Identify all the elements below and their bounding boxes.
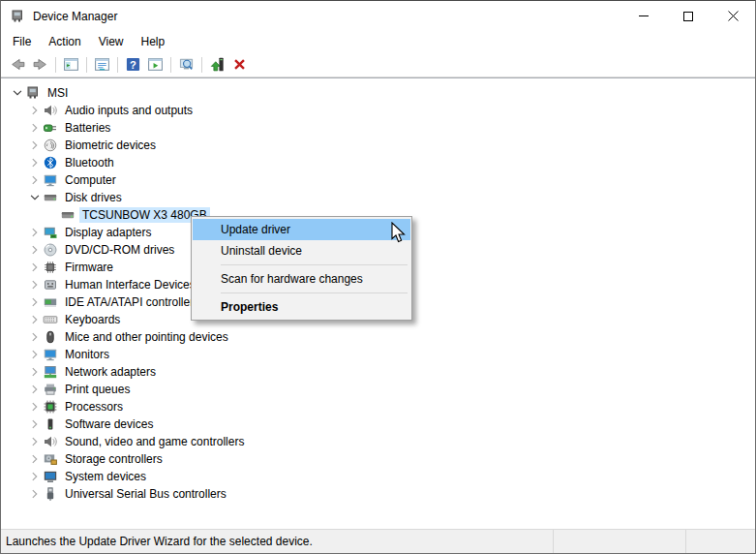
- toolbar-separator: [55, 57, 56, 73]
- window-list-icon: [94, 56, 110, 73]
- usb-icon: [43, 486, 58, 502]
- svg-text:?: ?: [130, 59, 136, 71]
- bluetooth-icon: [43, 155, 58, 170]
- help-button[interactable]: ?: [122, 53, 144, 76]
- chevron-right-icon[interactable]: [26, 451, 43, 467]
- chevron-right-icon[interactable]: [26, 155, 43, 170]
- tree-item-storage-controllers[interactable]: Storage controllers: [1, 450, 755, 468]
- title-bar: Device Manager: [1, 1, 755, 31]
- fingerprint-icon: [43, 138, 58, 153]
- context-menu-item-uninstall-device[interactable]: Uninstall device: [193, 240, 410, 262]
- tree-item-label: Batteries: [62, 120, 113, 136]
- tree-item-mice-and-other-pointing-devices[interactable]: Mice and other pointing devices: [1, 328, 755, 346]
- chevron-right-icon[interactable]: [26, 225, 43, 240]
- chevron-right-icon[interactable]: [26, 399, 43, 415]
- chevron-right-icon[interactable]: [26, 382, 43, 397]
- show-hide-console-tree-button[interactable]: [60, 53, 82, 76]
- display-adapter-icon: [43, 225, 58, 240]
- chevron-right-icon[interactable]: [26, 434, 43, 449]
- tree-item-sound-video-and-game-controllers[interactable]: Sound, video and game controllers: [1, 433, 755, 450]
- chevron-right-icon[interactable]: [26, 312, 43, 327]
- chevron-right-icon[interactable]: [26, 103, 43, 118]
- ide-card-icon: [43, 294, 58, 310]
- window-title: Device Manager: [33, 10, 117, 23]
- tree-item-print-queues[interactable]: Print queues: [1, 381, 755, 398]
- chevron-right-icon[interactable]: [26, 260, 43, 275]
- chevron-right-icon[interactable]: [26, 329, 43, 345]
- tree-item-label: Mice and other pointing devices: [62, 329, 231, 345]
- chevron-right-icon[interactable]: [26, 469, 43, 484]
- chevron-right-icon[interactable]: [26, 486, 43, 502]
- tree-item-label: Sound, video and game controllers: [62, 434, 247, 449]
- maximize-icon: [683, 12, 693, 21]
- monitor-icon: [43, 347, 58, 362]
- tree-item-bluetooth[interactable]: Bluetooth: [1, 154, 755, 171]
- uninstall-device-button[interactable]: [228, 53, 251, 76]
- chevron-right-icon[interactable]: [26, 138, 43, 153]
- tree-item-label: IDE ATA/ATAPI controllers: [62, 294, 202, 310]
- action-pane-button[interactable]: [144, 53, 166, 76]
- chevron-right-icon[interactable]: [26, 172, 43, 188]
- red-x-icon: [231, 56, 248, 73]
- toolbar-separator: [86, 57, 87, 73]
- minimize-button[interactable]: [621, 1, 666, 31]
- close-button[interactable]: [711, 1, 755, 31]
- tree-item-label: Monitors: [62, 347, 112, 362]
- tree-item-computer[interactable]: Computer: [1, 171, 755, 189]
- chevron-right-icon[interactable]: [26, 416, 43, 432]
- menu-view[interactable]: View: [90, 31, 133, 52]
- tree-item-disk-drives[interactable]: Disk drives: [1, 189, 755, 206]
- tree-item-msi[interactable]: MSI: [1, 84, 755, 102]
- menu-help[interactable]: Help: [133, 31, 174, 52]
- arrow-right-icon: [32, 56, 48, 73]
- tree-item-network-adapters[interactable]: Network adapters: [1, 363, 755, 381]
- chevron-right-icon[interactable]: [26, 277, 43, 292]
- chevron-right-icon[interactable]: [26, 294, 43, 310]
- toolbar-separator: [117, 57, 118, 73]
- tree-item-batteries[interactable]: Batteries: [1, 119, 755, 137]
- tree-item-processors[interactable]: Processors: [1, 398, 755, 416]
- toolbar-separator: [201, 57, 202, 73]
- forward-button[interactable]: [29, 53, 51, 76]
- tree-item-monitors[interactable]: Monitors: [1, 346, 755, 363]
- device-manager-icon: [25, 85, 41, 101]
- tree-item-software-devices[interactable]: Software devices: [1, 416, 755, 433]
- toolbar-separator: [170, 57, 171, 73]
- maximize-button[interactable]: [666, 1, 711, 31]
- properties-button[interactable]: [91, 53, 113, 76]
- tree-item-system-devices[interactable]: System devices: [1, 468, 755, 485]
- tree-item-audio-inputs-and-outputs[interactable]: Audio inputs and outputs: [1, 102, 755, 119]
- chevron-right-icon[interactable]: [26, 364, 43, 380]
- chevron-down-icon[interactable]: [9, 85, 25, 101]
- chevron-down-icon[interactable]: [26, 190, 43, 205]
- tree-item-label: Firmware: [62, 260, 116, 275]
- disc-icon: [43, 242, 58, 258]
- chevron-right-icon[interactable]: [26, 242, 43, 258]
- tree-item-label: Network adapters: [62, 364, 159, 380]
- context-menu-separator: [221, 264, 408, 265]
- menu-file[interactable]: File: [4, 31, 40, 52]
- tree-item-biometric-devices[interactable]: Biometric devices: [1, 137, 755, 154]
- printer-icon: [43, 382, 58, 397]
- chevron-right-icon[interactable]: [26, 347, 43, 362]
- tree-item-label: Disk drives: [62, 190, 125, 205]
- tree-item-universal-serial-bus-controllers[interactable]: Universal Serial Bus controllers: [1, 485, 755, 503]
- tree-item-label: Bluetooth: [62, 155, 117, 170]
- device-manager-icon: [10, 9, 25, 24]
- context-menu-item-scan-for-hardware-changes[interactable]: Scan for hardware changes: [193, 268, 410, 290]
- speaker-icon: [43, 434, 58, 449]
- tree-item-label: Storage controllers: [62, 451, 166, 467]
- scan-for-hardware-changes-button[interactable]: [175, 53, 197, 76]
- keyboard-icon: [43, 312, 58, 327]
- tree-item-label: DVD/CD-ROM drives: [62, 242, 177, 258]
- menu-action[interactable]: Action: [40, 31, 89, 52]
- back-button[interactable]: [7, 53, 29, 76]
- context-menu-item-update-driver[interactable]: Update driver: [193, 219, 410, 240]
- update-driver-button[interactable]: [206, 53, 228, 76]
- context-menu-item-properties[interactable]: Properties: [193, 296, 410, 318]
- context-menu-separator: [221, 292, 408, 293]
- tree-item-label: Audio inputs and outputs: [62, 103, 196, 118]
- tree-item-label: System devices: [62, 469, 149, 484]
- tree-item-label: Computer: [62, 172, 119, 188]
- chevron-right-icon[interactable]: [26, 120, 43, 136]
